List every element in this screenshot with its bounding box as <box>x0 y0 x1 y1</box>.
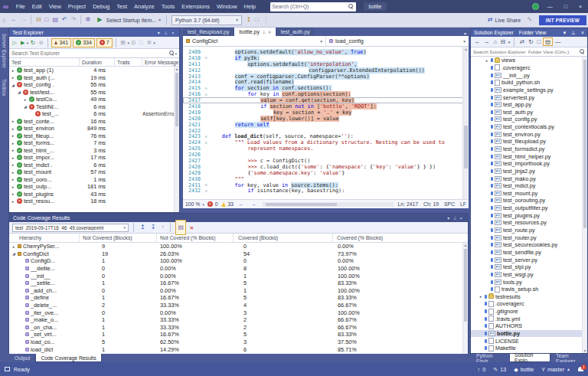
column-header-hierarchy[interactable]: Hierarchy <box>9 234 80 242</box>
settings-gear-icon[interactable]: ✲ <box>145 36 153 50</box>
code-line[interactable]: 2432if isinstance(key, basestring): <box>183 188 469 194</box>
maximize-button[interactable]: □ <box>561 4 570 9</box>
solution-item[interactable]: PYexample_settings.py <box>471 87 587 94</box>
solution-item[interactable]: PYtest_app.py <box>471 101 587 109</box>
code-line[interactable]: 2413conf = configparser.ConfigParser(**o… <box>183 74 469 80</box>
coverage-row[interactable]: _define116.67%583.33% <box>9 294 468 302</box>
test-row[interactable]: ▸✓test_fileup...76 ms <box>9 132 179 140</box>
code-line[interactable]: 2415for section in conf.sections(): <box>183 85 469 91</box>
test-row[interactable]: ▸✓test_mdict .6 ms <box>9 162 179 169</box>
solution-item[interactable]: PYtest_mount.py <box>471 190 587 198</box>
coverage-row[interactable]: ConfigD...1100.00%00.00% <box>9 257 468 265</box>
show-all-files-icon[interactable]: ▤ <box>543 38 552 46</box>
scrollbar-thumb[interactable] <box>583 60 586 228</box>
expander-icon[interactable]: ▸ <box>11 177 15 181</box>
document-tab-test_fileupload.py[interactable]: test_fileupload.py <box>183 28 234 36</box>
expander-icon[interactable]: ◢ <box>17 90 21 94</box>
coverage-row[interactable]: load_dict114.29%685.71% <box>9 345 468 353</box>
expander-icon[interactable]: ▸ <box>479 294 483 299</box>
refresh-icon[interactable]: ↻ <box>528 38 534 45</box>
menu-help[interactable]: Help <box>240 0 259 13</box>
code-editor[interactable]: 2409options.setdefault('allow_no_value',… <box>183 47 469 199</box>
solution-item[interactable]: Makefile <box>471 345 587 352</box>
code-line[interactable]: 2426 <box>183 152 469 158</box>
solution-item[interactable]: PYtools.py <box>471 278 587 286</box>
code-line[interactable]: 2409options.setdefault('allow_no_value',… <box>183 49 469 55</box>
test-row[interactable]: ▸✓test_html_...3 ms <box>9 147 179 155</box>
solution-item[interactable]: PYtest_server.py <box>471 256 587 263</box>
type-dropdown[interactable]: ConfigDict ▾ <box>183 36 326 46</box>
solution-item[interactable]: .coveragerc <box>471 64 587 72</box>
panel-tab-solution-explo-[interactable]: Solution Explo... <box>509 354 550 362</box>
expander-icon[interactable]: ▸ <box>11 199 15 204</box>
export-results-icon[interactable]: ↧ <box>149 221 158 234</box>
minimize-panel-icon[interactable]: — <box>554 38 563 45</box>
code-line[interactable]: 2411options.setdefault('interpolation', <box>183 61 469 67</box>
scroll-up-icon[interactable]: ▲ <box>464 47 468 51</box>
panel-tab-python-envir-[interactable]: Python Envir... <box>472 354 508 362</box>
close-icon[interactable]: × <box>169 31 176 35</box>
pin-icon[interactable]: ⊥ <box>262 29 266 34</box>
hierarchy-icon[interactable]: □ <box>138 36 145 50</box>
repeat-last-run-icon[interactable]: ↻ <box>28 36 37 50</box>
coverage-title-bar[interactable]: Code Coverage Results ▾ ⊥ × <box>9 214 468 222</box>
menu-test[interactable]: Test <box>113 0 131 13</box>
document-tab-test_auth.py[interactable]: test_auth.py <box>276 28 315 36</box>
toolbar-overflow-icon[interactable]: ⋮ <box>260 13 270 27</box>
solution-item[interactable]: PYbottle.py <box>471 330 587 338</box>
column-header-error-message[interactable]: Error Message <box>142 58 179 66</box>
navigate-back-icon[interactable]: ← <box>8 13 18 27</box>
test-row[interactable]: ◢×test/test...55 ms <box>9 89 179 96</box>
coverage-row[interactable]: ◢ConfigDict1926.03%5473.97% <box>9 250 468 258</box>
test-row[interactable]: ▸×test_resou...18 ms <box>9 198 179 205</box>
coverage-row[interactable]: ▸CherryPySer...9100.00%00.00% <box>9 243 468 250</box>
expander-icon[interactable]: ▸ <box>11 68 15 73</box>
test-row[interactable]: ◢×TestINI...6 ms <box>9 103 179 111</box>
group-by-icon[interactable]: ⊟ <box>129 36 138 50</box>
fold-marker[interactable] <box>203 93 209 96</box>
scrollbar-thumb[interactable] <box>464 126 468 168</box>
window-position-icon[interactable]: ▾ <box>155 30 162 35</box>
sync-with-document-icon[interactable]: ⇄ <box>518 38 525 45</box>
chevron-down-icon[interactable]: ▾ <box>153 41 155 45</box>
test-row[interactable]: ▸✓test_environ849 ms <box>9 125 179 132</box>
menu-view[interactable]: View <box>45 0 64 13</box>
member-dropdown[interactable]: load_config ▾ <box>326 36 469 46</box>
columns-icon[interactable]: □ <box>253 13 261 27</box>
int-preview-button[interactable]: INT PREVIEW <box>539 15 586 25</box>
test-row[interactable]: ×test_...6 msAssertionError: ['co... <box>9 110 179 118</box>
editor-scrollbar[interactable]: ▲ <box>462 47 469 199</box>
solution-item[interactable]: .gitignore <box>471 308 587 316</box>
solution-search-box[interactable] <box>471 47 587 57</box>
scroll-up-icon[interactable]: ▲ <box>175 67 179 71</box>
scrollbar-thumb[interactable] <box>175 73 178 126</box>
code-line[interactable]: 2427>>> c = ConfigDict() <box>183 158 469 164</box>
solution-item[interactable]: ▸views <box>471 57 587 64</box>
nav-forward-icon[interactable]: → <box>249 198 258 211</box>
close-icon[interactable]: × <box>458 216 464 221</box>
toolbox-tab[interactable]: Toolbox <box>2 79 7 96</box>
undo-icon[interactable]: ↶ <box>60 13 70 27</box>
import-results-icon[interactable]: ↥ <box>139 221 147 234</box>
solution-explorer-title-bar[interactable]: Solution Explorer Folder View ▾ ⊥ × <box>471 28 587 37</box>
solution-item[interactable]: PY__init__.py <box>471 71 587 79</box>
expander-icon[interactable]: ▸ <box>11 141 15 145</box>
scroll-up-icon[interactable]: ▲ <box>464 243 468 247</box>
code-line[interactable]: 2431for key, value in source.items(): <box>183 182 469 188</box>
pin-icon[interactable]: ⊥ <box>162 30 169 35</box>
solution-item[interactable]: travis_setup.sh <box>471 286 587 293</box>
expander-icon[interactable]: ▸ <box>11 133 15 138</box>
solution-item[interactable]: PYtest_plugins.py <box>471 211 587 219</box>
solution-item[interactable]: PYtest_formsdict.py <box>471 145 587 153</box>
test-search-box[interactable]: ▾ <box>9 49 179 58</box>
column-header-traits[interactable]: Traits <box>115 58 142 66</box>
branch-picker[interactable]: Y master ▲ <box>541 366 570 373</box>
coverage-row[interactable]: _set_virt...116.67%583.33% <box>9 331 468 338</box>
coverage-row[interactable]: _iter_ove...00.00%3100.00% <box>9 309 468 316</box>
expander-icon[interactable]: ▸ <box>11 148 15 152</box>
passed-tests-filter[interactable]: ✓ 334 <box>73 38 95 47</box>
feedback-icon[interactable]: ✎ <box>525 13 534 27</box>
zoom-dropdown[interactable]: 100 % ▾ <box>185 201 204 207</box>
code-line[interactable]: 2421return self <box>183 122 469 128</box>
menu-file[interactable]: File <box>12 0 28 13</box>
